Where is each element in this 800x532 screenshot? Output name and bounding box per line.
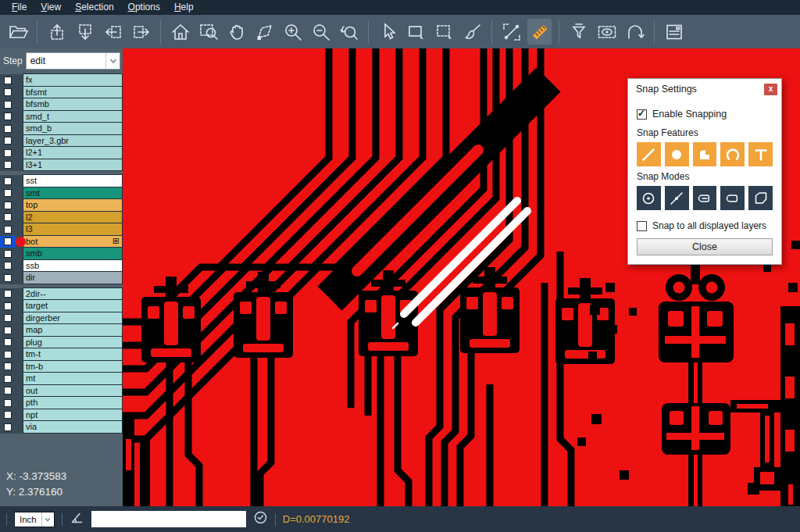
layer-label[interactable]: target	[23, 299, 123, 312]
layer-visibility-checkbox[interactable]	[0, 348, 16, 361]
layer-row[interactable]: target	[0, 300, 123, 312]
layer-visibility-checkbox[interactable]	[0, 337, 16, 349]
snap-contour-icon[interactable]	[748, 186, 773, 210]
layer-visibility-checkbox[interactable]	[0, 312, 16, 325]
select-rect-icon[interactable]	[404, 19, 428, 45]
layer-row[interactable]: 2dir--	[0, 288, 123, 301]
unit-dropdown[interactable]: Inch	[14, 512, 55, 527]
zoom-previous-icon[interactable]	[337, 19, 361, 45]
layer-row[interactable]: smd_b	[0, 123, 123, 135]
dialog-title-bar[interactable]: Snap Settings x	[628, 79, 781, 99]
view-area-icon[interactable]	[595, 19, 619, 45]
close-icon[interactable]: x	[764, 84, 777, 95]
layer-row[interactable]: sst	[0, 175, 123, 187]
layer-visibility-checkbox[interactable]	[0, 212, 16, 224]
pcb-canvas[interactable]: Snap Settings x Enable Snapping Snap Fea…	[123, 48, 800, 506]
layer-label[interactable]: layer_3.gbr	[23, 134, 123, 148]
layer-visibility-checkbox[interactable]	[0, 397, 16, 409]
enable-snapping-checkbox[interactable]	[637, 109, 647, 120]
layer-row[interactable]: bfsmb	[0, 98, 123, 111]
open-folder-icon[interactable]	[5, 19, 30, 45]
layer-row[interactable]: map	[0, 324, 123, 337]
select-group-icon[interactable]	[432, 19, 456, 45]
layer-row[interactable]: tm-t	[0, 348, 123, 361]
filter-icon[interactable]	[566, 19, 591, 45]
layer-visibility-checkbox[interactable]	[0, 248, 16, 260]
layer-visibility-checkbox[interactable]	[0, 147, 16, 159]
layer-visibility-checkbox[interactable]	[0, 324, 16, 337]
snap-arc-icon[interactable]	[720, 142, 745, 166]
layer-visibility-checkbox[interactable]	[0, 223, 16, 236]
layer-visibility-checkbox[interactable]	[0, 74, 16, 87]
layer-label[interactable]: smt	[23, 187, 123, 200]
enable-snapping-row[interactable]: Enable Snapping	[637, 109, 773, 120]
layer-visibility-checkbox[interactable]	[0, 300, 16, 312]
menu-item[interactable]: View	[34, 0, 68, 15]
brush-icon[interactable]	[460, 19, 484, 45]
menu-item[interactable]: Options	[121, 0, 167, 15]
select-arrow-icon[interactable]	[376, 19, 400, 45]
layer-visibility-checkbox[interactable]	[0, 159, 16, 172]
layer-row[interactable]: l3+1	[0, 159, 123, 172]
snap-midpoint-icon[interactable]	[665, 186, 689, 210]
menu-item[interactable]: File	[5, 0, 34, 15]
layer-label[interactable]: l3+1	[23, 159, 123, 172]
layer-visibility-checkbox[interactable]	[0, 373, 16, 385]
menu-item[interactable]: Selection	[68, 0, 120, 15]
layer-label[interactable]: plug	[23, 336, 123, 349]
layer-row[interactable]: smb	[0, 248, 123, 260]
snap-all-layers-checkbox[interactable]	[637, 221, 647, 231]
layer-row[interactable]: l2	[0, 212, 123, 224]
layer-label[interactable]: pth	[23, 396, 123, 409]
layer-row[interactable]: smd_t	[0, 111, 123, 123]
layer-row[interactable]: top	[0, 199, 123, 212]
layer-row[interactable]: fx	[0, 74, 123, 87]
layer-visibility-checkbox[interactable]	[0, 409, 16, 422]
close-button[interactable]: Close	[637, 238, 773, 255]
layer-label[interactable]: tm-b	[23, 360, 123, 373]
layer-row[interactable]: smt	[0, 187, 123, 200]
layer-visibility-checkbox[interactable]	[0, 421, 16, 434]
layer-label[interactable]: mt	[23, 372, 123, 385]
layer-label[interactable]: out	[23, 384, 123, 398]
layer-label[interactable]: smd_t	[23, 110, 123, 123]
layer-visibility-checkbox[interactable]	[0, 187, 16, 200]
apply-check-icon[interactable]	[253, 510, 268, 528]
shape-transform-icon[interactable]	[252, 19, 277, 45]
layer-visibility-checkbox[interactable]	[0, 98, 16, 111]
layer-label[interactable]: map	[23, 323, 123, 337]
ruler-icon[interactable]	[527, 19, 552, 45]
layer-label[interactable]: dirgerber	[23, 312, 123, 325]
snap-pad-corner-icon[interactable]	[693, 142, 717, 166]
layer-label[interactable]: bfsmt	[23, 86, 123, 99]
layer-visibility-checkbox[interactable]	[0, 123, 16, 135]
snap-line-icon[interactable]	[637, 142, 661, 166]
snap-center-icon[interactable]	[637, 186, 661, 210]
layer-visibility-checkbox[interactable]	[0, 199, 16, 212]
route-under-icon[interactable]	[623, 19, 647, 45]
layer-visibility-checkbox[interactable]	[0, 385, 16, 398]
layer-row[interactable]: l2+1	[0, 147, 123, 159]
layer-row[interactable]: ssb	[0, 260, 123, 273]
layer-label[interactable]: npt	[23, 409, 123, 422]
layer-row[interactable]: layer_3.gbr	[0, 135, 123, 148]
layer-label[interactable]: sst	[23, 174, 123, 187]
layer-row[interactable]: pth	[0, 397, 123, 409]
layer-visibility-checkbox[interactable]	[0, 175, 16, 187]
step-dropdown[interactable]: edit	[26, 52, 120, 70]
layer-label[interactable]: smb	[23, 247, 123, 260]
layer-label[interactable]: smd_b	[23, 122, 123, 135]
move-left-icon[interactable]	[101, 19, 125, 45]
layer-row[interactable]: dirgerber	[0, 312, 123, 325]
snap-slot-outline-icon[interactable]	[720, 186, 745, 210]
pan-hand-icon[interactable]	[224, 19, 248, 45]
layer-label[interactable]: bot⊞	[23, 235, 123, 248]
layer-label[interactable]: tm-t	[23, 348, 123, 361]
layer-label[interactable]: dir	[23, 271, 123, 284]
layer-visibility-checkbox[interactable]	[0, 111, 16, 123]
layer-row[interactable]: bfsmt	[0, 87, 123, 99]
menu-item[interactable]: Help	[167, 0, 201, 15]
layer-label[interactable]: l2	[23, 211, 123, 224]
layer-label[interactable]: l3	[23, 223, 123, 236]
layer-row[interactable]: via	[0, 421, 123, 434]
